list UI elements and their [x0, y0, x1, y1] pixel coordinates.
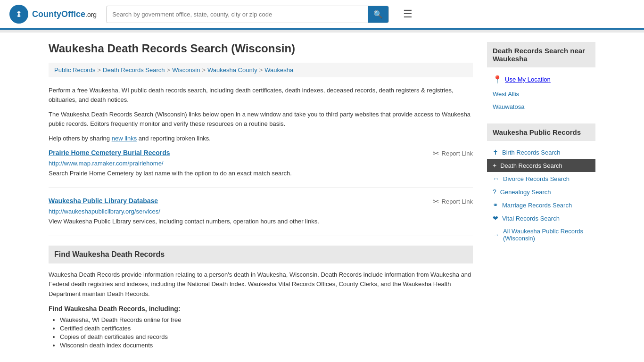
logo-icon — [9, 5, 28, 24]
find-section-header: Find Waukesha Death Records — [49, 246, 473, 263]
sidebar: Death Records Search near Waukesha 📍 Use… — [487, 42, 595, 350]
page-title: Waukesha Death Records Search (Wisconsin… — [49, 42, 473, 55]
list-item-4: Wisconsin death index documents — [60, 342, 473, 349]
genealogy-label: Genealogy Search — [500, 189, 551, 196]
resource-header-2: Waukesha Public Library Database ✂ Repor… — [49, 197, 473, 206]
death-records-label: Death Records Search — [500, 162, 562, 169]
resource-title-1[interactable]: Prairie Home Cemetery Burial Records — [49, 149, 170, 156]
sidebar-near-title: Death Records Search near Waukesha — [487, 42, 595, 67]
breadcrumb-sep-2: > — [167, 66, 171, 74]
near-link-west-allis[interactable]: West Allis — [487, 89, 595, 99]
use-location[interactable]: 📍 Use My Location — [487, 72, 595, 87]
sidebar-all-public-records[interactable]: → All Waukesha Public Records (Wisconsin… — [487, 225, 595, 245]
divorce-records-icon: ↔ — [493, 175, 499, 182]
genealogy-icon: ? — [493, 188, 496, 196]
content-area: Waukesha Death Records Search (Wisconsin… — [49, 42, 473, 350]
sidebar-death-records[interactable]: + Death Records Search — [487, 159, 595, 172]
menu-icon[interactable]: ☰ — [403, 8, 413, 20]
resource-header-1: Prairie Home Cemetery Burial Records ✂ R… — [49, 149, 473, 158]
main-layout: Waukesha Death Records Search (Wisconsin… — [39, 33, 605, 360]
description-1: Perform a free Waukesha, WI public death… — [49, 86, 473, 104]
report-icon-2: ✂ — [433, 197, 439, 206]
near-link-wauwatosa[interactable]: Wauwatosa — [487, 101, 595, 112]
marriage-records-label: Marriage Records Search — [502, 202, 572, 209]
vital-records-icon: ❤ — [493, 214, 498, 222]
birth-records-icon: ✝ — [493, 148, 498, 156]
sidebar-birth-records[interactable]: ✝ Birth Records Search — [487, 146, 595, 159]
all-records-icon: → — [493, 231, 499, 239]
resource-url-2[interactable]: http://waukeshapubliclibrary.org/service… — [49, 208, 473, 215]
sidebar-marriage-records[interactable]: ⚭ Marriage Records Search — [487, 198, 595, 212]
report-link-1[interactable]: ✂ Report Link — [433, 149, 473, 158]
sidebar-near-section: Death Records Search near Waukesha 📍 Use… — [487, 42, 595, 112]
report-label-1: Report Link — [442, 150, 473, 157]
breadcrumb-waukesha-county[interactable]: Waukesha County — [207, 66, 257, 74]
resource-item-2: Waukesha Public Library Database ✂ Repor… — [49, 197, 473, 236]
resource-item-1: Prairie Home Cemetery Burial Records ✂ R… — [49, 149, 473, 188]
sidebar-genealogy[interactable]: ? Genealogy Search — [487, 185, 595, 198]
description-2: The Waukesha Death Records Search (Wisco… — [49, 110, 473, 128]
breadcrumb-sep-3: > — [202, 66, 206, 74]
divorce-records-label: Divorce Records Search — [503, 175, 570, 182]
find-body-text: Waukesha Death Records provide informati… — [49, 270, 473, 299]
svg-point-1 — [18, 13, 20, 15]
resource-desc-2: View Waukesha Public Library services, i… — [49, 217, 473, 226]
list-item-1: Waukesha, WI Death Records online for fr… — [60, 316, 473, 323]
logo-name: CountyOffice — [32, 9, 85, 19]
birth-records-label: Birth Records Search — [502, 149, 561, 156]
report-link-2[interactable]: ✂ Report Link — [433, 197, 473, 206]
death-records-icon: + — [493, 162, 496, 169]
search-bar[interactable]: 🔍 — [106, 6, 389, 23]
desc3-post: and reporting broken links. — [137, 135, 211, 142]
location-icon: 📍 — [493, 75, 502, 84]
desc3-pre: Help others by sharing — [49, 135, 112, 142]
find-list-title: Find Waukesha Death Records, including: — [49, 305, 473, 313]
logo-text: CountyOffice.org — [32, 9, 97, 19]
resource-url-1[interactable]: http://www.map.ramaker.com/prairiehome/ — [49, 160, 473, 167]
site-logo[interactable]: CountyOffice.org — [9, 5, 97, 24]
breadcrumb-death-records[interactable]: Death Records Search — [103, 66, 165, 74]
search-input[interactable] — [107, 7, 368, 22]
resource-title-2[interactable]: Waukesha Public Library Database — [49, 197, 158, 205]
logo-suffix: .org — [85, 11, 97, 18]
sidebar-vital-records[interactable]: ❤ Vital Records Search — [487, 212, 595, 225]
sidebar-public-records-section: Waukesha Public Records ✝ Birth Records … — [487, 123, 595, 245]
search-icon: 🔍 — [373, 10, 383, 18]
resource-desc-1: Search Prairie Home Cemetery by last nam… — [49, 169, 473, 178]
list-item-2: Certified death certificates — [60, 325, 473, 332]
all-records-label: All Waukesha Public Records (Wisconsin) — [503, 228, 590, 242]
breadcrumb: Public Records > Death Records Search > … — [49, 63, 473, 77]
report-label-2: Report Link — [442, 198, 473, 205]
vital-records-label: Vital Records Search — [502, 215, 560, 222]
marriage-records-icon: ⚭ — [493, 201, 498, 209]
breadcrumb-wisconsin[interactable]: Wisconsin — [172, 66, 200, 74]
description-3: Help others by sharing new links and rep… — [49, 134, 473, 143]
report-icon-1: ✂ — [433, 149, 439, 158]
use-location-link[interactable]: Use My Location — [505, 76, 551, 83]
search-button[interactable]: 🔍 — [368, 6, 388, 23]
sidebar-divorce-records[interactable]: ↔ Divorce Records Search — [487, 172, 595, 185]
breadcrumb-waukesha[interactable]: Waukesha — [264, 66, 293, 74]
list-item-3: Copies of death certificates and records — [60, 333, 473, 340]
breadcrumb-sep-4: > — [259, 66, 263, 74]
breadcrumb-public-records[interactable]: Public Records — [54, 66, 95, 74]
sidebar-public-records-title: Waukesha Public Records — [487, 123, 595, 141]
find-list: Waukesha, WI Death Records online for fr… — [49, 316, 473, 349]
breadcrumb-sep-1: > — [97, 66, 101, 74]
site-header: CountyOffice.org 🔍 ☰ — [0, 0, 644, 30]
new-links-link[interactable]: new links — [112, 135, 137, 142]
